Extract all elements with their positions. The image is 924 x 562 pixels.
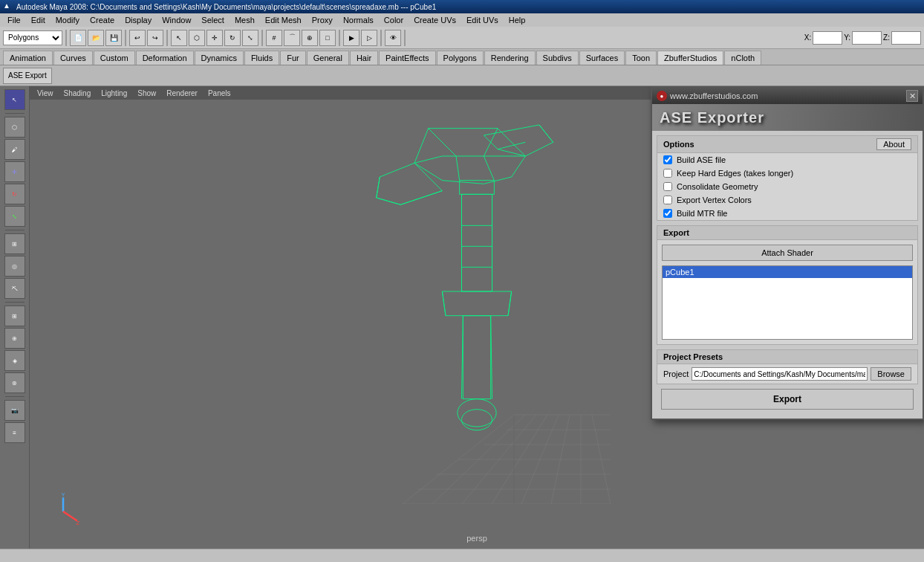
svg-text:Y: Y <box>62 493 65 498</box>
attr-btn[interactable]: ≡ <box>4 422 25 443</box>
menu-mesh[interactable]: Mesh <box>230 15 259 25</box>
export-list[interactable]: pCube1 <box>662 265 913 340</box>
save-scene-btn[interactable]: 💾 <box>105 30 122 46</box>
show-manip-btn[interactable]: ⊞ <box>4 233 25 254</box>
open-scene-btn[interactable]: 📂 <box>88 30 104 46</box>
tab-fur[interactable]: Fur <box>280 51 306 65</box>
snap-grid-btn[interactable]: # <box>266 30 282 46</box>
svg-line-4 <box>414 156 442 163</box>
vp-menu-show[interactable]: Show <box>133 88 160 98</box>
tab-dynamics[interactable]: Dynamics <box>195 51 244 65</box>
x-label: X: <box>804 33 811 42</box>
menu-create[interactable]: Create <box>85 15 119 25</box>
snap-view-btn[interactable]: □ <box>319 30 336 46</box>
tab-animation[interactable]: Animation <box>3 51 53 65</box>
vertex-colors-checkbox[interactable] <box>663 196 672 204</box>
ipr-btn[interactable]: ▷ <box>361 30 377 46</box>
consolidate-checkbox[interactable] <box>663 182 672 191</box>
redo-btn[interactable]: ↪ <box>147 30 163 46</box>
left-toolbar: ↖ ⬡ 🖌 ✛ ↻ ⤡ ⊞ ◎ ⛏ ⊞ ⊕ ◈ ⊛ 📷 ≡ <box>0 86 30 549</box>
camera-btn[interactable]: 📷 <box>4 400 25 421</box>
tab-general[interactable]: General <box>307 51 349 65</box>
tab-deformation[interactable]: Deformation <box>136 51 194 65</box>
ase-close-button[interactable]: ✕ <box>906 90 918 102</box>
vp-menu-lighting[interactable]: Lighting <box>97 88 131 98</box>
soft-mod-btn[interactable]: ◎ <box>4 256 25 277</box>
about-button[interactable]: About <box>876 138 911 150</box>
tab-custom[interactable]: Custom <box>94 51 135 65</box>
scale-tool-left-btn[interactable]: ⤡ <box>4 206 25 227</box>
tab-zbufferstudios[interactable]: ZbufferStudios <box>657 51 723 65</box>
grid-btn[interactable]: ⊞ <box>4 306 25 326</box>
attach-shader-button[interactable]: Attach Shader <box>662 245 913 261</box>
show-hide-btn[interactable]: 👁 <box>385 30 401 46</box>
menu-proxy[interactable]: Proxy <box>308 15 337 25</box>
vp-menu-shading[interactable]: Shading <box>59 88 96 98</box>
snap-point-btn[interactable]: ⊕ <box>302 30 318 46</box>
x-input[interactable] <box>813 31 842 45</box>
menu-color[interactable]: Color <box>380 15 408 25</box>
vp-menu-panels[interactable]: Panels <box>204 88 235 98</box>
rotate-tool-btn[interactable]: ↻ <box>224 30 241 46</box>
export-list-item[interactable]: pCube1 <box>663 266 912 278</box>
build-mtr-label: Build MTR file <box>677 209 727 218</box>
new-scene-btn[interactable]: 📄 <box>70 30 86 46</box>
tab-rendering[interactable]: Rendering <box>484 51 536 65</box>
build-ase-label: Build ASE file <box>677 155 726 164</box>
select-tool-left-btn[interactable]: ↖ <box>4 89 25 110</box>
rotate-tool-left-btn[interactable]: ↻ <box>4 184 25 204</box>
export-main-button[interactable]: Export <box>661 389 914 410</box>
snap2-btn[interactable]: ◈ <box>4 350 25 371</box>
tab-polygons[interactable]: Polygons <box>437 51 484 65</box>
viewport[interactable]: View Shading Lighting Show Renderer Pane… <box>30 86 924 549</box>
y-input[interactable] <box>852 31 882 45</box>
move-tool-btn[interactable]: ✛ <box>206 30 223 46</box>
menu-edit[interactable]: Edit <box>27 15 50 25</box>
menu-edit-mesh[interactable]: Edit Mesh <box>261 15 306 25</box>
z-input[interactable] <box>891 31 921 45</box>
menu-create-uvs[interactable]: Create UVs <box>409 15 461 25</box>
svg-line-16 <box>442 291 446 316</box>
project-path-input[interactable] <box>692 367 868 381</box>
snap1-btn[interactable]: ⊕ <box>4 328 25 349</box>
tab-surfaces[interactable]: Surfaces <box>579 51 625 65</box>
hard-edges-checkbox[interactable] <box>663 169 672 178</box>
menu-help[interactable]: Help <box>504 15 530 25</box>
menu-file[interactable]: File <box>3 15 25 25</box>
snap3-btn[interactable]: ⊛ <box>4 372 25 393</box>
snap-curve-btn[interactable]: ⌒ <box>284 30 300 46</box>
select-tool-btn[interactable]: ↖ <box>171 30 187 46</box>
undo-btn[interactable]: ↩ <box>129 30 146 46</box>
lasso-tool-left-btn[interactable]: ⬡ <box>4 117 25 138</box>
build-mtr-checkbox[interactable] <box>663 209 672 218</box>
menu-modify[interactable]: Modify <box>51 15 84 25</box>
sculpt-btn[interactable]: ⛏ <box>4 278 25 299</box>
menu-select[interactable]: Select <box>197 15 229 25</box>
vp-menu-renderer[interactable]: Renderer <box>162 88 202 98</box>
menu-normals[interactable]: Normals <box>339 15 378 25</box>
tab-painteffects[interactable]: PaintEffects <box>379 51 436 65</box>
move-tool-left-btn[interactable]: ✛ <box>4 161 25 182</box>
tab-ncloth[interactable]: nCloth <box>724 51 761 65</box>
tab-hair[interactable]: Hair <box>350 51 378 65</box>
svg-line-11 <box>484 156 494 181</box>
ase-export-btn[interactable]: ASE Export <box>3 68 52 84</box>
menu-bar: File Edit Modify Create Display Window S… <box>0 13 924 27</box>
svg-rect-18 <box>463 316 490 399</box>
menu-window[interactable]: Window <box>157 15 195 25</box>
render-btn[interactable]: ▶ <box>343 30 359 46</box>
build-ase-checkbox[interactable] <box>663 155 672 164</box>
mode-selector[interactable]: Polygons Surfaces Dynamics Rendering <box>3 30 62 45</box>
tab-subdivs[interactable]: Subdivs <box>536 51 579 65</box>
scale-tool-btn[interactable]: ⤡ <box>242 30 258 46</box>
menu-display[interactable]: Display <box>120 15 156 25</box>
paint-tool-left-btn[interactable]: 🖌 <box>4 139 25 160</box>
vp-menu-view[interactable]: View <box>33 88 58 98</box>
lasso-tool-btn[interactable]: ⬡ <box>189 30 205 46</box>
tab-curves[interactable]: Curves <box>53 51 93 65</box>
tab-fluids[interactable]: Fluids <box>244 51 279 65</box>
browse-button[interactable]: Browse <box>871 367 911 381</box>
ase-dialog-icon: ● <box>657 91 667 101</box>
tab-toon[interactable]: Toon <box>625 51 657 65</box>
menu-edit-uvs[interactable]: Edit UVs <box>462 15 503 25</box>
